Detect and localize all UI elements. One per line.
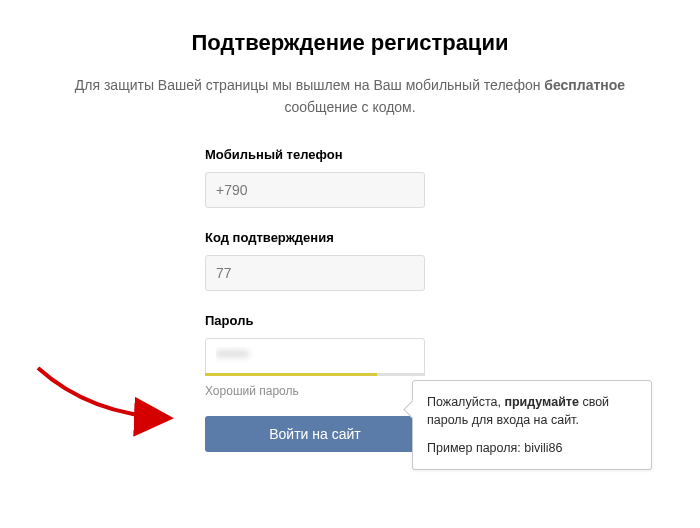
password-label: Пароль <box>205 313 425 328</box>
code-label: Код подтверждения <box>205 230 425 245</box>
password-input[interactable] <box>205 338 425 374</box>
submit-button[interactable]: Войти на сайт <box>205 416 425 452</box>
password-strength-text: Хороший пароль <box>205 384 425 398</box>
page-title: Подтверждение регистрации <box>40 30 660 56</box>
code-input[interactable] <box>205 255 425 291</box>
password-strength-bar <box>205 373 425 376</box>
page-subtitle: Для защиты Вашей страницы мы вышлем на В… <box>40 74 660 119</box>
phone-label: Мобильный телефон <box>205 147 425 162</box>
phone-input[interactable] <box>205 172 425 208</box>
password-tooltip: Пожалуйста, придумайте свой пароль для в… <box>412 380 652 470</box>
